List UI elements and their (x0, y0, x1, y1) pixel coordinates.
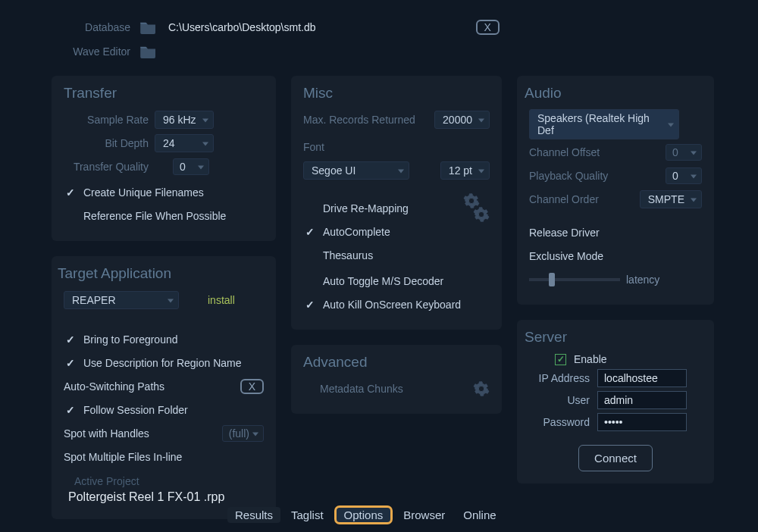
install-link[interactable]: install (208, 294, 235, 306)
follow-session-option[interactable]: Follow Session Folder (83, 404, 188, 416)
playback-quality-label: Playback Quality (529, 170, 608, 182)
user-input[interactable] (597, 391, 687, 409)
panel-title-target: Target Application (58, 265, 264, 282)
gear-icon[interactable] (459, 192, 490, 223)
advanced-panel: Advanced Metadata Chunks (291, 345, 502, 414)
bottom-tabs: Results Taglist Options Browser Online (227, 505, 504, 524)
spot-handles-dropdown[interactable]: (full) (222, 425, 264, 442)
use-description-option[interactable]: Use Description for Region Name (83, 357, 242, 369)
panel-title-server: Server (525, 329, 702, 346)
server-panel: Server ✓ Enable IP Address User Password… (517, 320, 714, 483)
panel-title-advanced: Advanced (303, 354, 490, 371)
enable-checkbox[interactable]: ✓ (555, 354, 566, 365)
password-input[interactable] (597, 413, 687, 431)
wave-editor-key-x[interactable]: X (476, 20, 500, 35)
tab-browser[interactable]: Browser (396, 507, 453, 523)
transfer-quality-dropdown[interactable]: 0 (173, 158, 209, 175)
spot-multi-option[interactable]: Spot Multiple Files In-line (64, 451, 182, 463)
enable-label: Enable (574, 353, 607, 365)
panel-title-audio: Audio (525, 85, 702, 102)
exclusive-mode-option[interactable]: Exclusive Mode (529, 250, 603, 262)
sample-rate-label: Sample Rate (64, 114, 149, 126)
check-icon[interactable]: ✓ (64, 333, 77, 346)
max-records-dropdown[interactable]: 20000 (434, 111, 490, 129)
ip-input[interactable] (597, 369, 687, 387)
database-path: C:\Users\carbo\Desktop\smt.db (168, 21, 316, 33)
max-records-label: Max. Records Returned (303, 114, 415, 126)
panel-title-transfer: Transfer (64, 85, 264, 102)
auto-kill-kb-option[interactable]: Auto Kill OnScreen Keyboard (323, 299, 461, 311)
ip-label: IP Address (529, 372, 590, 384)
spot-handles-option[interactable]: Spot with Handles (64, 427, 149, 440)
misc-panel: Misc Max. Records Returned 20000 Font Se… (291, 76, 502, 330)
metadata-chunks-option[interactable]: Metadata Chunks (320, 383, 403, 395)
font-size-dropdown[interactable]: 12 pt (440, 161, 490, 180)
thesaurus-option[interactable]: Thesaurus (323, 249, 373, 261)
check-icon[interactable]: ✓ (303, 226, 317, 238)
bring-foreground-option[interactable]: Bring to Foreground (83, 333, 178, 346)
create-unique-option[interactable]: Create Unique Filenames (83, 186, 204, 199)
autocomplete-option[interactable]: AutoComplete (323, 226, 390, 238)
folder-icon[interactable] (139, 45, 158, 58)
folder-icon[interactable] (139, 20, 158, 34)
latency-label: latency (626, 274, 659, 286)
channel-order-dropdown[interactable]: SMPTE (640, 190, 702, 208)
audio-device-dropdown[interactable]: Speakers (Realtek High Def (529, 109, 679, 139)
font-label: Font (303, 141, 324, 153)
latency-slider[interactable] (529, 278, 620, 281)
transfer-panel: Transfer Sample Rate 96 kHz Bit Depth 24… (52, 76, 276, 241)
channel-offset-label: Channel Offset (529, 146, 600, 158)
transfer-quality-label: Transfer Quality (64, 161, 149, 173)
check-icon[interactable]: ✓ (64, 357, 77, 369)
check-icon[interactable]: ✓ (303, 299, 317, 311)
auto-switch-key-x[interactable]: X (240, 379, 264, 394)
drive-remap-option[interactable]: Drive Re-Mapping (323, 202, 409, 214)
database-label: Database (61, 21, 130, 33)
tab-options[interactable]: Options (334, 505, 393, 524)
wave-editor-label: Wave Editor (61, 45, 130, 58)
target-app-panel: Target Application REAPER install ✓ Brin… (52, 256, 276, 519)
active-project-label: Active Project (74, 475, 264, 487)
playback-quality-dropdown[interactable]: 0 (666, 167, 702, 184)
release-driver-option[interactable]: Release Driver (529, 227, 600, 239)
tab-results[interactable]: Results (227, 507, 280, 523)
bit-depth-label: Bit Depth (64, 137, 149, 149)
sample-rate-dropdown[interactable]: 96 kHz (155, 111, 214, 129)
gear-icon[interactable] (473, 380, 490, 397)
check-icon[interactable]: ✓ (64, 186, 77, 199)
bit-depth-dropdown[interactable]: 24 (155, 134, 214, 152)
channel-offset-dropdown[interactable]: 0 (666, 144, 702, 161)
active-project: Poltergeist Reel 1 FX-01 .rpp (68, 490, 264, 504)
audio-panel: Audio Speakers (Realtek High Def Channel… (517, 76, 714, 305)
check-icon[interactable]: ✓ (64, 404, 77, 416)
auto-toggle-ms-option[interactable]: Auto Toggle M/S Decoder (323, 275, 443, 287)
font-name-dropdown[interactable]: Segoe UI (303, 161, 409, 180)
tab-online[interactable]: Online (456, 507, 503, 523)
connect-button[interactable]: Connect (578, 445, 653, 471)
user-label: User (529, 394, 590, 406)
reference-file-option[interactable]: Reference File When Possible (83, 210, 226, 222)
panel-title-misc: Misc (303, 85, 490, 102)
target-app-dropdown[interactable]: REAPER (64, 291, 179, 309)
password-label: Password (529, 416, 590, 428)
tab-taglist[interactable]: Taglist (283, 507, 331, 523)
channel-order-label: Channel Order (529, 193, 599, 205)
auto-switching-option[interactable]: Auto-Switching Paths (64, 380, 164, 393)
